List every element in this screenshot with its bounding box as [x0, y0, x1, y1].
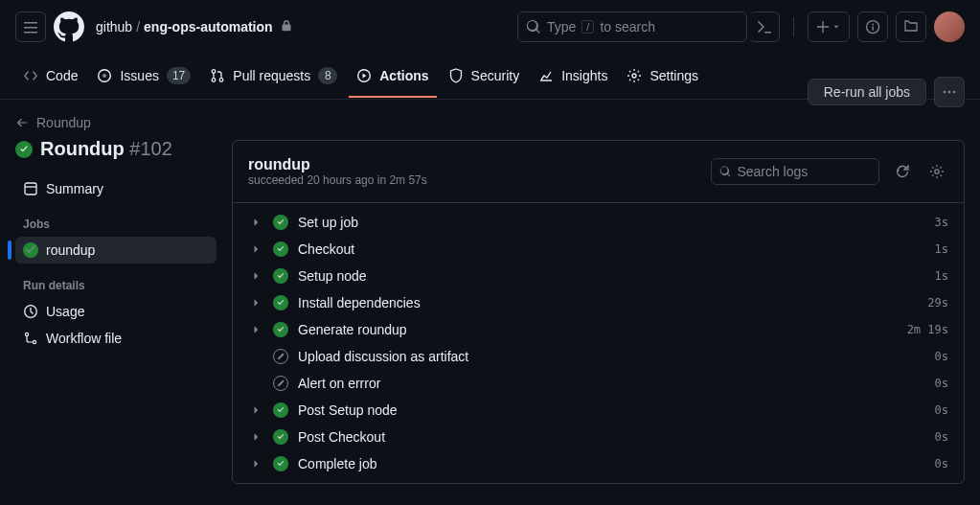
step-duration: 1s: [935, 242, 948, 256]
svg-rect-10: [25, 183, 36, 195]
breadcrumb: github / eng-ops-automation: [96, 19, 292, 34]
step-duration: 0s: [935, 377, 948, 390]
step-name: Generate roundup: [298, 322, 898, 337]
job-status-success-icon: [23, 242, 38, 258]
global-search[interactable]: Type / to search: [517, 11, 747, 42]
github-logo[interactable]: [54, 11, 84, 42]
run-number: #102: [129, 138, 172, 159]
check-circle-icon: [273, 322, 288, 337]
step-duration: 0s: [935, 457, 948, 471]
sidebar-job-label: roundup: [46, 242, 95, 258]
svg-point-8: [948, 91, 951, 94]
step-duration: 0s: [935, 403, 948, 417]
pull-requests-tray-button[interactable]: [896, 11, 926, 42]
svg-point-14: [935, 170, 939, 173]
back-to-workflow[interactable]: Roundup: [15, 115, 217, 130]
tab-pulls-label: Pull requests: [233, 68, 310, 83]
sidebar-usage-label: Usage: [46, 304, 84, 319]
sidebar-workflow-file[interactable]: Workflow file: [15, 325, 217, 352]
tab-issues[interactable]: Issues17: [89, 56, 198, 98]
repo-link[interactable]: eng-ops-automation: [144, 19, 273, 34]
tab-code[interactable]: Code: [15, 56, 85, 98]
tab-insights[interactable]: Insights: [531, 56, 615, 98]
svg-point-3: [212, 78, 216, 81]
issues-tray-button[interactable]: [857, 11, 888, 42]
tab-security[interactable]: Security: [441, 56, 528, 98]
step-row[interactable]: Setup node1s: [233, 263, 964, 289]
rerun-all-button[interactable]: Re-run all jobs: [808, 79, 926, 105]
tab-settings[interactable]: Settings: [619, 56, 706, 98]
chevron-right-icon: [248, 456, 263, 471]
chevron-right-icon: [248, 402, 263, 418]
svg-point-6: [632, 74, 636, 78]
check-circle-icon: [273, 215, 288, 230]
step-duration: 0s: [935, 350, 948, 363]
owner-link[interactable]: github: [96, 19, 132, 34]
step-name: Post Checkout: [298, 429, 925, 445]
step-duration: 29s: [927, 296, 948, 310]
check-circle-icon: [273, 402, 288, 418]
check-circle-icon: [273, 241, 288, 257]
step-name: Checkout: [298, 241, 925, 257]
skip-icon: [273, 376, 288, 391]
issues-counter: 17: [167, 67, 191, 84]
chevron-right-icon: [248, 241, 263, 257]
pulls-counter: 8: [318, 67, 337, 84]
arrow-left-icon: [15, 116, 29, 129]
log-search-input[interactable]: [737, 164, 871, 179]
step-name: Post Setup node: [298, 402, 925, 418]
chevron-right-icon: [248, 268, 263, 284]
svg-point-1: [103, 74, 106, 78]
step-name: Setup node: [298, 268, 925, 284]
step-row[interactable]: Upload discussion as artifact0s: [233, 343, 964, 370]
run-name: Roundup: [40, 138, 125, 159]
skip-icon: [273, 349, 288, 364]
step-name: Alert on errror: [298, 376, 925, 391]
step-name: Complete job: [298, 456, 925, 471]
run-menu-button[interactable]: [934, 77, 965, 107]
check-circle-icon: [273, 268, 288, 284]
svg-point-7: [944, 91, 946, 94]
step-row[interactable]: Checkout1s: [233, 236, 964, 263]
step-row[interactable]: Set up job3s: [233, 209, 964, 236]
step-row[interactable]: Alert on errror0s: [233, 370, 964, 397]
panel-title: roundup: [248, 156, 699, 173]
step-duration: 0s: [935, 430, 948, 444]
step-name: Upload discussion as artifact: [298, 349, 925, 364]
command-palette-button[interactable]: [749, 11, 780, 42]
run-status-success-icon: [15, 141, 33, 158]
tab-code-label: Code: [46, 68, 78, 83]
run-details-heading: Run details: [15, 264, 217, 298]
log-search[interactable]: [711, 158, 879, 185]
svg-point-4: [219, 78, 223, 81]
user-avatar[interactable]: [934, 11, 965, 42]
step-row[interactable]: Generate roundup2m 19s: [233, 316, 964, 343]
step-row[interactable]: Post Setup node0s: [233, 397, 964, 424]
sidebar-summary[interactable]: Summary: [15, 175, 217, 202]
tab-actions[interactable]: Actions: [349, 56, 436, 98]
create-new-button[interactable]: [808, 11, 850, 42]
check-circle-icon: [273, 429, 288, 445]
svg-point-9: [953, 91, 956, 94]
chevron-right-icon: [248, 215, 263, 230]
search-icon: [526, 19, 541, 34]
step-name: Install dependencies: [298, 295, 918, 310]
search-hint-suffix: to search: [600, 19, 655, 34]
search-icon: [719, 165, 731, 178]
tab-insights-label: Insights: [561, 68, 607, 83]
step-duration: 3s: [935, 216, 948, 229]
chevron-right-icon: [248, 322, 263, 337]
step-row[interactable]: Install dependencies29s: [233, 289, 964, 316]
search-hint-type: Type: [547, 19, 576, 34]
step-row[interactable]: Complete job0s: [233, 450, 964, 477]
log-settings-button[interactable]: [925, 160, 948, 183]
tab-security-label: Security: [471, 68, 520, 83]
sidebar-job-roundup[interactable]: roundup: [15, 237, 217, 264]
sidebar-summary-label: Summary: [46, 181, 103, 196]
tab-pulls[interactable]: Pull requests8: [202, 56, 345, 98]
hamburger-button[interactable]: [15, 11, 46, 42]
step-row[interactable]: Post Checkout0s: [233, 424, 964, 450]
sidebar-usage[interactable]: Usage: [15, 298, 217, 325]
tab-issues-label: Issues: [120, 68, 158, 83]
refresh-logs-button[interactable]: [891, 160, 914, 183]
